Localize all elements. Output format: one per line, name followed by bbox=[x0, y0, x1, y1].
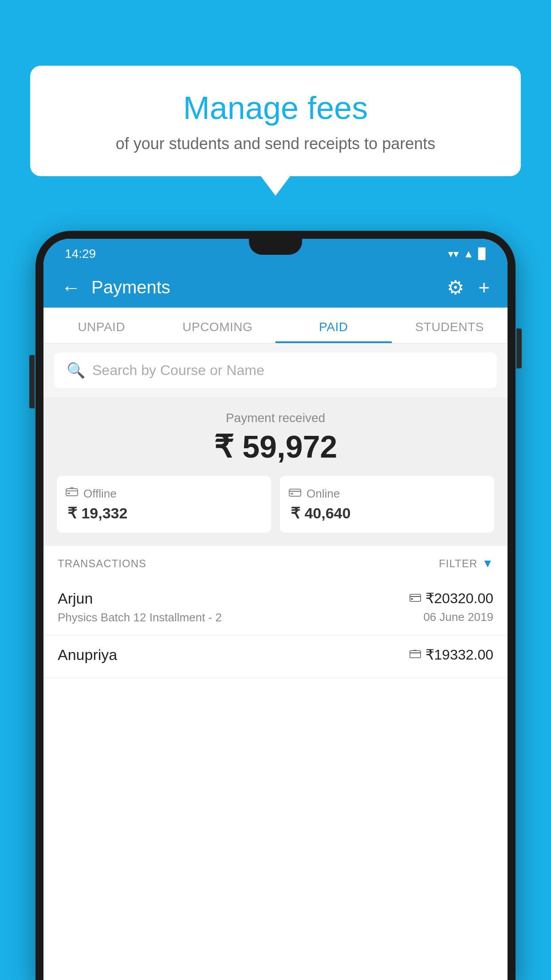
online-label: Online bbox=[307, 487, 340, 501]
offline-icon bbox=[66, 486, 78, 501]
bubble-subtitle: of your students and send receipts to pa… bbox=[57, 134, 494, 153]
speech-bubble: Manage fees of your students and send re… bbox=[30, 66, 521, 176]
offline-amount: ₹ 19,332 bbox=[66, 504, 127, 522]
transaction-name-1: Arjun bbox=[58, 590, 222, 607]
header-title: Payments bbox=[91, 277, 170, 297]
phone-frame: 14:29 ▾▾ ▲ ▉ ← Payments ⚙ + bbox=[35, 231, 516, 980]
svg-rect-0 bbox=[66, 489, 78, 496]
search-bar[interactable]: 🔍 Search by Course or Name bbox=[54, 352, 497, 388]
transaction-right-2: ₹19332.00 bbox=[409, 646, 493, 667]
transaction-detail-1: Physics Batch 12 Installment - 2 bbox=[58, 611, 222, 624]
transaction-left-2: Anupriya bbox=[58, 646, 117, 667]
tabs-container: UNPAID UPCOMING PAID STUDENTS bbox=[43, 308, 508, 344]
transactions-header: TRANSACTIONS FILTER ▼ bbox=[43, 546, 508, 579]
transactions-list: Arjun Physics Batch 12 Installment - 2 bbox=[43, 579, 508, 980]
payment-type-icon-2 bbox=[409, 648, 421, 662]
online-card-header: Online bbox=[289, 486, 340, 501]
svg-rect-5 bbox=[289, 489, 301, 496]
transaction-amount-row-1: ₹20320.00 bbox=[409, 590, 493, 607]
status-icons: ▾▾ ▲ ▉ bbox=[448, 248, 486, 260]
phone-screen: 14:29 ▾▾ ▲ ▉ ← Payments ⚙ + bbox=[43, 239, 508, 980]
transactions-label: TRANSACTIONS bbox=[58, 557, 146, 570]
svg-rect-2 bbox=[67, 493, 70, 494]
tab-upcoming[interactable]: UPCOMING bbox=[160, 308, 276, 343]
app-header: ← Payments ⚙ + bbox=[43, 267, 508, 308]
online-amount: ₹ 40,640 bbox=[289, 504, 350, 522]
online-icon bbox=[289, 486, 301, 501]
svg-rect-10 bbox=[411, 598, 413, 600]
transaction-amount-2: ₹19332.00 bbox=[425, 646, 493, 663]
signal-icon: ▲ bbox=[463, 248, 474, 260]
payment-received-amount: ₹ 59,972 bbox=[57, 429, 494, 465]
speech-bubble-container: Manage fees of your students and send re… bbox=[30, 66, 521, 176]
transaction-date-1: 06 June 2019 bbox=[409, 610, 493, 624]
search-icon: 🔍 bbox=[67, 361, 85, 379]
svg-rect-11 bbox=[410, 651, 421, 658]
phone-container: 14:29 ▾▾ ▲ ▉ ← Payments ⚙ + bbox=[35, 231, 516, 980]
header-right: ⚙ + bbox=[447, 276, 490, 299]
transaction-amount-1: ₹20320.00 bbox=[425, 590, 493, 607]
transaction-name-2: Anupriya bbox=[58, 646, 117, 664]
transaction-row-2[interactable]: Anupriya bbox=[43, 636, 508, 678]
bubble-title: Manage fees bbox=[57, 91, 494, 126]
offline-label: Offline bbox=[83, 487, 117, 501]
offline-card-header: Offline bbox=[66, 486, 117, 501]
phone-notch bbox=[249, 239, 302, 255]
add-icon[interactable]: + bbox=[478, 277, 490, 299]
online-card: Online ₹ 40,640 bbox=[280, 476, 494, 533]
filter-icon: ▼ bbox=[482, 557, 493, 570]
search-placeholder-text: Search by Course or Name bbox=[92, 362, 264, 379]
wifi-icon: ▾▾ bbox=[448, 248, 459, 260]
tab-paid[interactable]: PAID bbox=[276, 308, 392, 343]
filter-label: FILTER bbox=[439, 557, 477, 570]
offline-card: Offline ₹ 19,332 bbox=[57, 476, 271, 533]
tab-students[interactable]: STUDENTS bbox=[392, 308, 508, 343]
svg-rect-7 bbox=[291, 493, 293, 494]
header-left: ← Payments bbox=[61, 277, 170, 299]
payment-received-section: Payment received ₹ 59,972 bbox=[43, 397, 508, 546]
back-button[interactable]: ← bbox=[61, 277, 81, 299]
tab-unpaid[interactable]: UNPAID bbox=[43, 308, 160, 343]
battery-icon: ▉ bbox=[478, 248, 486, 260]
filter-container[interactable]: FILTER ▼ bbox=[439, 557, 493, 570]
payment-type-icon-1 bbox=[409, 592, 421, 605]
svg-rect-8 bbox=[410, 594, 421, 601]
transaction-row[interactable]: Arjun Physics Batch 12 Installment - 2 bbox=[43, 579, 508, 636]
status-time: 14:29 bbox=[65, 247, 96, 261]
transaction-amount-row-2: ₹19332.00 bbox=[409, 646, 493, 663]
search-container: 🔍 Search by Course or Name bbox=[43, 344, 508, 397]
settings-icon[interactable]: ⚙ bbox=[447, 276, 464, 299]
payment-received-label: Payment received bbox=[57, 411, 494, 425]
transaction-left-1: Arjun Physics Batch 12 Installment - 2 bbox=[58, 590, 222, 624]
transaction-right-1: ₹20320.00 06 June 2019 bbox=[409, 590, 493, 624]
payment-cards: Offline ₹ 19,332 bbox=[57, 476, 494, 533]
